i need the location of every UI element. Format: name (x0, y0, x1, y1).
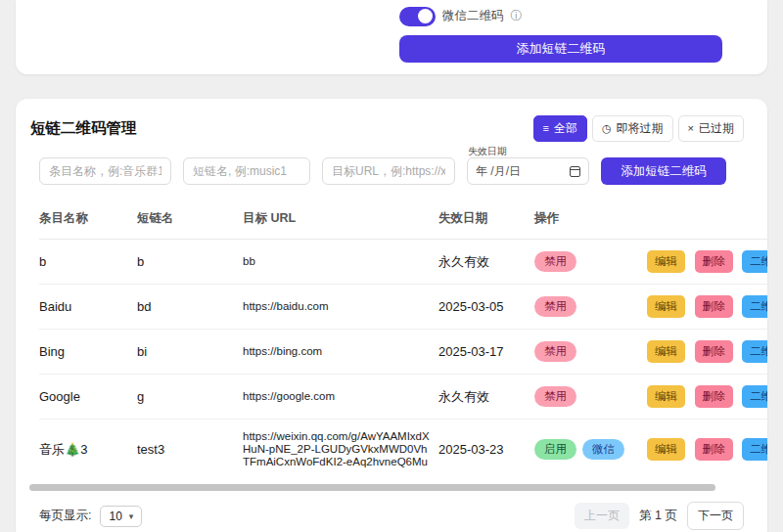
calendar-icon[interactable] (570, 166, 580, 177)
disabled-status-badge[interactable]: 禁用 (534, 386, 576, 407)
page-title: 短链二维码管理 (30, 118, 137, 139)
filter-row: 失效日期 年 /月/日 添加短链二维码 (16, 157, 767, 185)
shortlink-table: 条目名称 短链名 目标 URL 失效日期 操作 b b bb 永久有效 禁用 (39, 200, 767, 480)
delete-button[interactable]: 删除 (695, 340, 733, 363)
target-url-cell: https://bing.com (243, 330, 438, 375)
actions-cell: 编辑 删除 二维码 (647, 285, 767, 330)
expire-date-input[interactable]: 年 /月/日 (467, 157, 589, 185)
entry-name-cell: Baidu (39, 285, 137, 330)
entry-name-input[interactable] (39, 157, 171, 185)
slug-cell: bd (137, 285, 243, 330)
tab-expired-label: 已过期 (699, 120, 734, 137)
next-page-button[interactable]: 下一页 (687, 502, 744, 530)
slug-cell: bi (137, 330, 243, 375)
qrcode-button[interactable]: 二维码 (742, 250, 767, 273)
status-cell: 禁用 (534, 375, 647, 420)
filter-tabs: ≡ 全部 ◷ 即将过期 × 已过期 (533, 115, 744, 142)
expire-date-cell: 2025-03-05 (438, 285, 534, 330)
pagination: 上一页 第 1 页 下一页 (575, 502, 744, 530)
delete-button[interactable]: 删除 (695, 385, 733, 408)
enabled-status-badge[interactable]: 启用 (534, 439, 576, 460)
delete-button[interactable]: 删除 (695, 250, 733, 273)
actions-cell: 编辑 删除 二维码 (647, 375, 767, 420)
target-url-cell: https://baidu.com (243, 285, 438, 330)
qrcode-button[interactable]: 二维码 (742, 385, 767, 408)
per-page-value: 10 (109, 510, 121, 523)
tab-all-label: 全部 (554, 120, 577, 137)
per-page-label: 每页显示: (39, 508, 91, 524)
entry-name-cell: b (39, 240, 137, 285)
table-row: Baidu bd https://baidu.com 2025-03-05 禁用… (39, 285, 767, 330)
header-empty (647, 200, 767, 240)
target-url-input[interactable] (322, 157, 455, 185)
status-cell: 禁用 (534, 285, 647, 330)
actions-cell: 编辑 删除 二维码 (647, 420, 767, 480)
add-shortlink-qrcode-button-top[interactable]: 添加短链二维码 (399, 35, 722, 63)
chevron-down-icon: ▾ (129, 511, 134, 521)
date-placeholder: 年 /月/日 (476, 163, 521, 180)
horizontal-scrollbar-thumb[interactable] (29, 484, 715, 491)
close-icon: × (688, 123, 694, 134)
header-expire-date: 失效日期 (438, 200, 534, 240)
clock-icon: ◷ (602, 123, 612, 134)
edit-button[interactable]: 编辑 (647, 340, 685, 363)
horizontal-scrollbar (29, 484, 744, 492)
shortlink-qrcode-management-card: 短链二维码管理 ≡ 全部 ◷ 即将过期 × 已过期 (16, 99, 767, 532)
actions-cell: 编辑 删除 二维码 (647, 240, 767, 285)
table-header-row: 条目名称 短链名 目标 URL 失效日期 操作 (39, 200, 767, 240)
disabled-status-badge[interactable]: 禁用 (534, 296, 576, 317)
expire-date-cell: 永久有效 (438, 375, 534, 420)
expire-date-cell: 2025-03-17 (438, 330, 534, 375)
table-footer: 每页显示: 10 ▾ 上一页 第 1 页 下一页 (16, 504, 767, 529)
qrcode-button[interactable]: 二维码 (742, 295, 767, 318)
header-slug: 短链名 (137, 200, 243, 240)
expire-date-cell: 永久有效 (438, 240, 534, 285)
delete-button[interactable]: 删除 (695, 295, 733, 318)
header-actions: 操作 (534, 200, 647, 240)
add-shortlink-qrcode-button[interactable]: 添加短链二维码 (601, 157, 726, 185)
edit-button[interactable]: 编辑 (647, 250, 685, 273)
current-page-label: 第 1 页 (639, 508, 677, 524)
shortlink-table-wrap: 条目名称 短链名 目标 URL 失效日期 操作 b b bb 永久有效 禁用 (16, 200, 767, 480)
wechat-qr-toggle-label: 微信二维码 (442, 8, 504, 24)
disabled-status-badge[interactable]: 禁用 (534, 251, 576, 272)
tab-expiring-label: 即将过期 (617, 120, 664, 137)
entry-name-cell: 音乐🎄3 (39, 420, 137, 480)
delete-button[interactable]: 删除 (695, 438, 733, 461)
wechat-qr-toggle[interactable] (399, 7, 436, 26)
wechat-qr-settings-card: 微信二维码 ⓘ 添加短链二维码 (16, 0, 767, 74)
entry-name-cell: Google (39, 375, 137, 420)
expire-date-label: 失效日期 (468, 145, 507, 158)
edit-button[interactable]: 编辑 (647, 438, 685, 461)
actions-cell: 编辑 删除 二维码 (647, 330, 767, 375)
entry-name-cell: Bing (39, 330, 137, 375)
edit-button[interactable]: 编辑 (647, 295, 685, 318)
expire-date-group: 失效日期 年 /月/日 (467, 157, 589, 185)
page: 微信二维码 ⓘ 添加短链二维码 短链二维码管理 ≡ 全部 ◷ 即将过期 × 已过 (0, 0, 783, 532)
edit-button[interactable]: 编辑 (647, 385, 685, 408)
qrcode-button[interactable]: 二维码 (742, 438, 767, 461)
status-cell: 禁用 (534, 330, 647, 375)
header-target-url: 目标 URL (243, 200, 438, 240)
table-row: Bing bi https://bing.com 2025-03-17 禁用 编… (39, 330, 767, 375)
list-icon: ≡ (543, 123, 549, 134)
slug-cell: b (137, 240, 243, 285)
status-cell: 禁用 (534, 240, 647, 285)
table-row: b b bb 永久有效 禁用 编辑 删除 二维码 (39, 240, 767, 285)
slug-input[interactable] (183, 157, 310, 185)
table-row: Google g https://google.com 永久有效 禁用 编辑 删… (39, 375, 767, 420)
tab-expired[interactable]: × 已过期 (678, 115, 744, 142)
disabled-status-badge[interactable]: 禁用 (534, 341, 576, 362)
tab-expiring-soon[interactable]: ◷ 即将过期 (592, 115, 673, 142)
wechat-badge[interactable]: 微信 (582, 439, 624, 460)
prev-page-button[interactable]: 上一页 (575, 503, 629, 529)
toggle-knob (418, 9, 433, 23)
qrcode-button[interactable]: 二维码 (742, 340, 767, 363)
header-entry-name: 条目名称 (39, 200, 137, 240)
status-cell: 启用微信 (534, 420, 647, 480)
per-page-select[interactable]: 10 ▾ (100, 506, 142, 527)
tab-all[interactable]: ≡ 全部 (533, 115, 587, 142)
expire-date-cell: 2025-03-23 (438, 420, 534, 480)
target-url-cell: https://weixin.qq.com/g/AwYAAMIxdXHuN-pN… (243, 420, 438, 480)
info-icon: ⓘ (511, 8, 523, 24)
